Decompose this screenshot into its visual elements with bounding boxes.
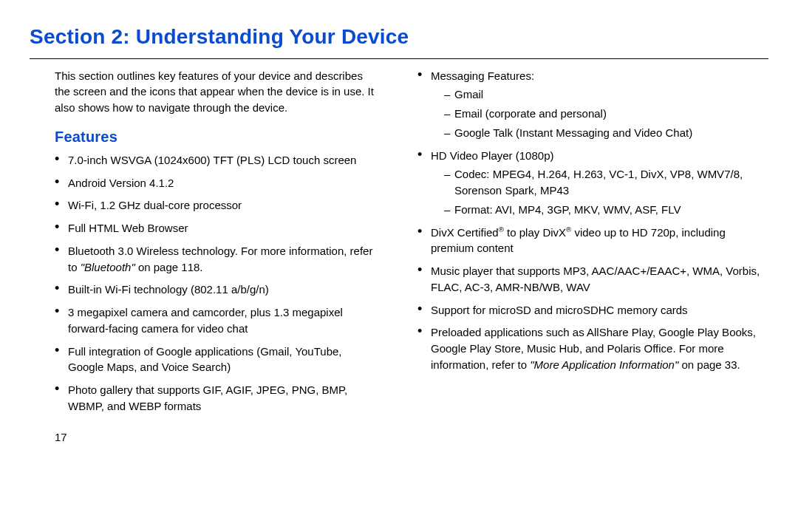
feature-item: Android Version 4.1.2 bbox=[55, 175, 381, 191]
feature-item: Wi-Fi, 1.2 GHz dual-core processor bbox=[55, 197, 381, 214]
sublist-item: Format: AVI, MP4, 3GP, MKV, WMV, ASF, FL… bbox=[444, 202, 768, 218]
features-heading: Features bbox=[55, 126, 381, 148]
section-title: Section 2: Understanding Your Device bbox=[30, 22, 768, 52]
sublist: Codec: MPEG4, H.264, H.263, VC-1, DivX, … bbox=[431, 166, 768, 217]
sublist-item: Codec: MPEG4, H.264, H.263, VC-1, DivX, … bbox=[444, 166, 768, 199]
feature-item: Full integration of Google applications … bbox=[55, 344, 381, 376]
feature-item: Built-in Wi-Fi technology (802.11 a/b/g/… bbox=[55, 282, 381, 298]
features-list-left: 7.0-inch WSVGA (1024x600) TFT (PLS) LCD … bbox=[30, 152, 381, 415]
sublist-item: Google Talk (Instant Messaging and Video… bbox=[444, 125, 768, 141]
content-columns: This section outlines key features of yo… bbox=[30, 68, 768, 446]
registered-icon: ® bbox=[499, 225, 504, 233]
feature-item: HD Video Player (1080p) Codec: MPEG4, H.… bbox=[417, 148, 768, 218]
feature-item: Bluetooth 3.0 Wireless technology. For m… bbox=[55, 243, 381, 276]
text: HD Video Player (1080p) bbox=[431, 149, 553, 162]
feature-item: Full HTML Web Browser bbox=[55, 220, 381, 236]
left-column: This section outlines key features of yo… bbox=[30, 68, 381, 446]
sublist-item: Gmail bbox=[444, 86, 768, 103]
feature-item: 3 megapixel camera and camcorder, plus 1… bbox=[55, 304, 381, 337]
features-list-right: Messaging Features: Gmail Email (corpora… bbox=[417, 68, 768, 373]
text: DivX Certified bbox=[431, 226, 499, 239]
cross-ref-link: "More Application Information" bbox=[530, 358, 678, 371]
feature-item: Messaging Features: Gmail Email (corpora… bbox=[417, 68, 768, 141]
sublist: Gmail Email (corporate and personal) Goo… bbox=[431, 86, 768, 140]
feature-item: Support for microSD and microSDHC memory… bbox=[417, 302, 768, 318]
feature-item: Music player that supports MP3, AAC/AAC+… bbox=[417, 263, 768, 296]
page-number: 17 bbox=[55, 429, 381, 446]
text: on page 118. bbox=[135, 261, 203, 273]
intro-paragraph: This section outlines key features of yo… bbox=[55, 68, 381, 116]
sublist-item: Email (corporate and personal) bbox=[444, 106, 768, 122]
text: on page 33. bbox=[678, 358, 740, 371]
feature-item: DivX Certified® to play DivX® video up t… bbox=[417, 225, 768, 257]
right-column: Messaging Features: Gmail Email (corpora… bbox=[417, 68, 768, 446]
feature-item: Preloaded applications such as AllShare … bbox=[417, 324, 768, 372]
text: Messaging Features: bbox=[431, 69, 534, 82]
feature-item: Photo gallery that supports GIF, AGIF, J… bbox=[55, 382, 381, 415]
text: to play DivX bbox=[504, 226, 566, 239]
cross-ref-link: "Bluetooth" bbox=[81, 261, 135, 273]
section-divider bbox=[30, 58, 768, 59]
feature-item: 7.0-inch WSVGA (1024x600) TFT (PLS) LCD … bbox=[55, 152, 381, 168]
